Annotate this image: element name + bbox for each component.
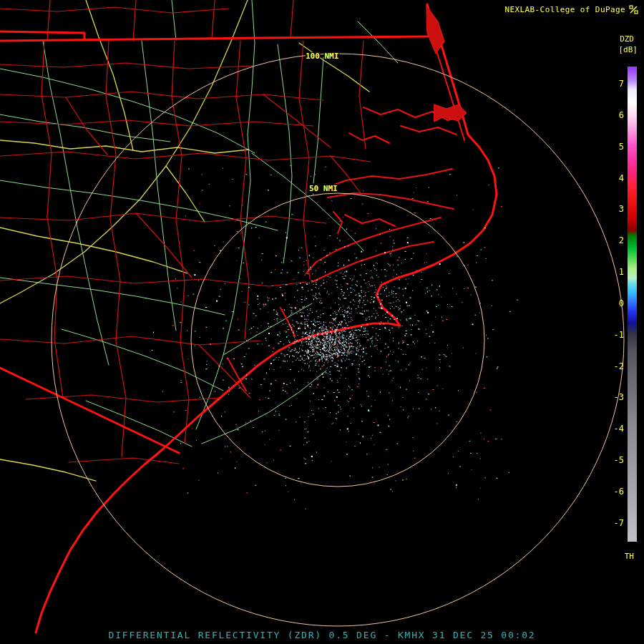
colorbar-tick-label: 7 (600, 78, 624, 89)
radar-display: 100 NMI50 NMI NEXLAB-College of DuPage D… (0, 0, 644, 644)
colorbar-tick-label: 1 (600, 266, 624, 278)
site-title: NEXLAB-College of DuPage (504, 5, 625, 14)
colorbar-tick-label: -7 (600, 517, 624, 529)
colorbar-tick-label: 2 (600, 235, 624, 246)
colorbar-tick-label: 3 (600, 203, 624, 215)
colorbar-tick-label: 6 (600, 109, 624, 121)
colorbar-units: [dB] (619, 45, 638, 54)
colorbar-tick-label: 5 (600, 141, 624, 152)
product-caption: DIFFERENTIAL REFLECTIVITY (ZDR) 0.5 DEG … (0, 630, 644, 640)
colorbar-bottom-label: TH (625, 552, 634, 561)
colorbar-tick-label: 4 (600, 172, 624, 184)
colorbar-tick-label: -3 (600, 391, 624, 403)
colorbar-tick-label: -6 (600, 486, 624, 497)
radar-canvas (0, 0, 644, 644)
colorbar-title: DZD (620, 34, 634, 44)
colorbar-gradient (628, 67, 637, 542)
colorbar-tick-label: -4 (600, 423, 624, 434)
cod-logo-icon (629, 5, 638, 14)
colorbar-tick-label: -1 (600, 329, 624, 341)
colorbar-tick-label: 0 (600, 298, 624, 309)
colorbar-tick-label: -5 (600, 454, 624, 466)
colorbar-tick-label: -2 (600, 361, 624, 372)
